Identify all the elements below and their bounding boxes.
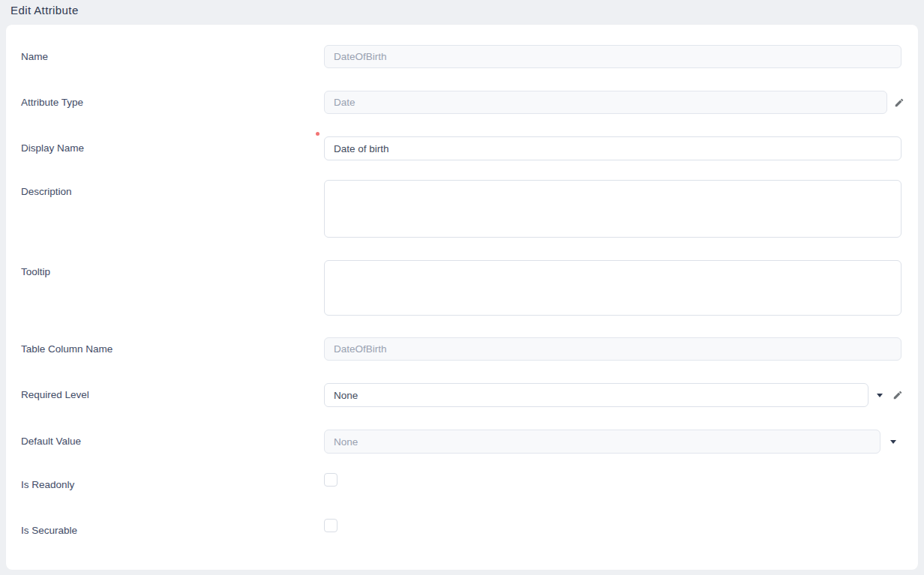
default-value-dropdown-input [324, 430, 880, 454]
form-row-description: Description [21, 180, 902, 238]
is-securable-control [324, 519, 338, 532]
tooltip-control [324, 260, 902, 316]
required-level-label: Required Level [21, 383, 324, 400]
form-row-display-name: Display Name [21, 136, 902, 160]
caret-down-icon[interactable] [877, 394, 883, 397]
is-securable-checkbox[interactable] [324, 519, 338, 532]
display-name-label: Display Name [21, 136, 324, 154]
tooltip-textarea[interactable] [324, 260, 902, 316]
is-readonly-control [324, 473, 338, 487]
attribute-type-input [324, 91, 887, 114]
pencil-icon[interactable] [894, 97, 904, 108]
page-header: Edit Attribute [0, 0, 924, 25]
form-row-default-value: Default Value [21, 430, 902, 454]
description-textarea[interactable] [324, 180, 902, 238]
display-name-input[interactable] [324, 136, 902, 160]
form-row-table-column-name: Table Column Name [21, 337, 902, 361]
form-row-is-securable: Is Securable [21, 519, 902, 536]
required-marker-icon [316, 132, 320, 136]
table-column-name-input [324, 337, 902, 361]
form-row-attribute-type: Attribute Type [21, 91, 902, 114]
table-column-name-label: Table Column Name [21, 337, 324, 355]
table-column-name-control [324, 337, 902, 361]
display-name-control [324, 136, 902, 160]
pencil-icon[interactable] [892, 390, 903, 400]
is-readonly-label: Is Readonly [21, 473, 324, 490]
edit-attribute-form-card: Name Attribute Type Display Name Descrip… [6, 25, 918, 570]
tooltip-label: Tooltip [21, 260, 324, 277]
form-row-name: Name [21, 45, 902, 68]
is-readonly-checkbox[interactable] [324, 473, 338, 487]
attribute-type-control [324, 91, 904, 114]
name-control [324, 45, 902, 68]
required-level-dropdown-input[interactable] [324, 383, 868, 407]
name-label: Name [21, 45, 324, 62]
form-row-tooltip: Tooltip [21, 260, 902, 316]
name-input [324, 45, 902, 68]
page-title: Edit Attribute [10, 4, 914, 16]
required-level-control [324, 383, 903, 407]
description-label: Description [21, 180, 324, 197]
default-value-label: Default Value [21, 430, 324, 447]
description-control [324, 180, 902, 238]
form-row-is-readonly: Is Readonly [21, 473, 902, 490]
caret-down-icon [890, 440, 896, 444]
form-row-required-level: Required Level [21, 383, 902, 407]
attribute-type-label: Attribute Type [21, 91, 324, 108]
default-value-control [324, 430, 896, 454]
is-securable-label: Is Securable [21, 519, 324, 536]
